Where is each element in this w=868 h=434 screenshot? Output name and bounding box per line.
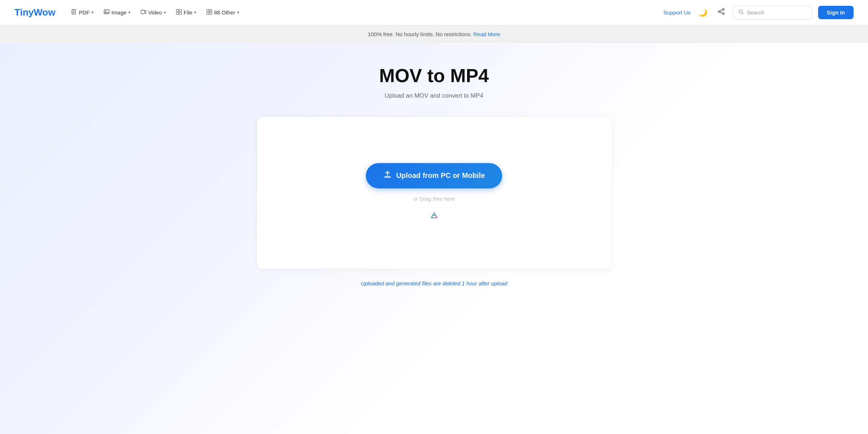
nav-item-video[interactable]: Video ▾ [136,6,170,19]
support-link[interactable]: Support Us [663,9,690,16]
svg-rect-8 [179,9,181,12]
upload-icon [383,170,392,181]
svg-rect-10 [179,12,181,14]
main-nav: PDF ▾ Image ▾ Video ▾ [67,6,663,19]
moon-icon: 🌙 [698,8,707,17]
nav-label-other: 88 Other [214,9,235,16]
upload-card: Upload from PC or Mobile or Drag files h… [257,117,611,269]
video-icon [141,9,146,16]
nav-label-video: Video [148,9,162,16]
chevron-down-icon-3: ▾ [164,10,166,15]
search-input[interactable] [747,9,807,16]
other-icon [206,9,212,16]
signin-button[interactable]: Sign In [818,6,854,19]
logo[interactable]: TinyWow [14,7,55,18]
nav-item-image[interactable]: Image ▾ [99,6,135,19]
upload-button-label: Upload from PC or Mobile [396,171,485,180]
share-button[interactable] [715,6,727,19]
chevron-down-icon-4: ▾ [194,10,196,15]
nav-label-file: File [184,9,192,16]
nav-label-image: Image [111,9,127,16]
page-title: MOV to MP4 [379,65,489,86]
page-subtitle: Upload an MOV and convert to MP4 [385,92,483,99]
nav-item-file[interactable]: File ▾ [172,6,201,19]
svg-rect-13 [207,12,209,14]
nav-item-other[interactable]: 88 Other ▾ [202,6,243,19]
logo-black: Tiny [14,7,34,18]
logo-blue: Wow [34,7,55,18]
svg-rect-11 [207,9,209,12]
image-icon [104,9,110,16]
svg-rect-12 [210,9,212,12]
svg-point-5 [105,10,106,11]
disclaimer-text: Uploaded and generated files are deleted… [361,280,507,286]
dark-mode-button[interactable]: 🌙 [696,6,710,19]
drag-text: or Drag files here [413,196,455,202]
svg-rect-7 [176,9,179,12]
banner: 100% free. No hourly limits. No restrict… [0,25,868,43]
svg-line-19 [720,12,723,13]
svg-point-16 [718,11,720,12]
banner-text: 100% free. No hourly limits. No restrict… [368,31,472,37]
svg-rect-23 [384,177,391,178]
share-icon [718,8,725,17]
pdf-icon [71,9,77,16]
svg-line-21 [742,13,744,14]
header: TinyWow PDF ▾ Imag [0,0,868,25]
svg-rect-14 [210,12,212,14]
upload-button[interactable]: Upload from PC or Mobile [366,163,503,188]
nav-item-pdf[interactable]: PDF ▾ [67,6,98,19]
cloud-icon-area [430,212,439,223]
main-content: MOV to MP4 Upload an MOV and convert to … [0,43,868,434]
search-icon [738,9,744,16]
banner-read-more-link[interactable]: Read More [473,31,500,37]
svg-rect-9 [176,12,179,14]
chevron-down-icon-5: ▾ [237,10,239,15]
file-icon [176,9,182,16]
svg-rect-6 [141,10,145,14]
google-drive-icon[interactable] [430,212,439,223]
svg-point-15 [723,9,724,10]
header-actions: Support Us 🌙 [663,6,854,20]
chevron-down-icon: ▾ [91,10,94,15]
nav-label-pdf: PDF [79,9,90,16]
search-box[interactable] [733,6,812,20]
chevron-down-icon-2: ▾ [128,10,131,15]
svg-line-18 [720,10,723,11]
svg-point-17 [723,13,724,14]
